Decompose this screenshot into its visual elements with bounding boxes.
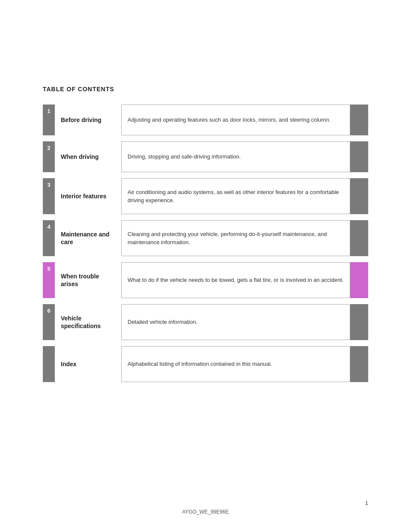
toc-color-block-index: [350, 346, 368, 382]
toc-row-2[interactable]: 2 When driving Driving, stopping and saf…: [43, 141, 368, 172]
toc-description-text-1: Adjusting and operating features such as…: [128, 116, 331, 124]
toc-row-1[interactable]: 1 Before driving Adjusting and operating…: [43, 105, 368, 135]
toc-description-text-3: Air conditioning and audio systems, as w…: [128, 188, 344, 205]
toc-label-index: Index: [55, 346, 121, 382]
toc-description-text-6: Detailed vehicle information.: [128, 318, 197, 326]
toc-description-6: Detailed vehicle information.: [121, 304, 350, 340]
toc-description-text-index: Alphabetical listing of information cont…: [128, 360, 272, 368]
page-container: TABLE OF CONTENTS 1 Before driving Adjus…: [0, 0, 411, 532]
toc-row-6[interactable]: 6 Vehicle specifications Detailed vehicl…: [43, 304, 368, 340]
toc-row-3[interactable]: 3 Interior features Air conditioning and…: [43, 178, 368, 214]
toc-label-text-3: Interior features: [61, 192, 107, 200]
toc-number-2: 2: [43, 141, 55, 172]
toc-number-5: 5: [43, 262, 55, 298]
toc-color-block-1: [350, 105, 368, 135]
toc-description-text-2: Driving, stopping and safe-driving infor…: [128, 152, 241, 161]
toc-color-block-6: [350, 304, 368, 340]
toc-label-text-6: Vehicle specifications: [61, 314, 115, 330]
toc-color-block-2: [350, 141, 368, 172]
toc-number-1: 1: [43, 105, 55, 135]
toc-title: TABLE OF CONTENTS: [43, 86, 368, 93]
toc-description-1: Adjusting and operating features such as…: [121, 105, 350, 135]
toc-number-4: 4: [43, 220, 55, 256]
toc-number-index: [43, 346, 55, 382]
toc-label-1: Before driving: [55, 105, 121, 135]
toc-description-2: Driving, stopping and safe-driving infor…: [121, 141, 350, 172]
toc-row-5[interactable]: 5 When trouble arises What to do if the …: [43, 262, 368, 298]
toc-label-text-2: When driving: [61, 153, 99, 161]
toc-description-text-5: What to do if the vehicle needs to be to…: [128, 276, 343, 284]
toc-label-2: When driving: [55, 141, 121, 172]
toc-label-6: Vehicle specifications: [55, 304, 121, 340]
toc-label-3: Interior features: [55, 178, 121, 214]
toc-label-text-5: When trouble arises: [61, 272, 115, 288]
toc-row-4[interactable]: 4 Maintenance and care Cleaning and prot…: [43, 220, 368, 256]
toc-number-6: 6: [43, 304, 55, 340]
toc-description-3: Air conditioning and audio systems, as w…: [121, 178, 350, 214]
toc-description-5: What to do if the vehicle needs to be to…: [121, 262, 350, 298]
toc-description-index: Alphabetical listing of information cont…: [121, 346, 350, 382]
toc-color-block-4: [350, 220, 368, 256]
footer-code: AYGO_WE_99E96E: [182, 509, 229, 515]
toc-label-4: Maintenance and care: [55, 220, 121, 256]
toc-rows: 1 Before driving Adjusting and operating…: [43, 105, 368, 382]
toc-label-text-4: Maintenance and care: [61, 230, 115, 246]
toc-label-5: When trouble arises: [55, 262, 121, 298]
page-number: 1: [365, 500, 368, 506]
toc-label-text-1: Before driving: [61, 116, 101, 124]
toc-row-index[interactable]: Index Alphabetical listing of informatio…: [43, 346, 368, 382]
toc-number-3: 3: [43, 178, 55, 214]
toc-color-block-5: [350, 262, 368, 298]
toc-label-text-index: Index: [61, 360, 77, 368]
toc-description-text-4: Cleaning and protecting your vehicle, pe…: [128, 230, 344, 247]
toc-color-block-3: [350, 178, 368, 214]
toc-description-4: Cleaning and protecting your vehicle, pe…: [121, 220, 350, 256]
table-of-contents: TABLE OF CONTENTS 1 Before driving Adjus…: [0, 0, 411, 416]
